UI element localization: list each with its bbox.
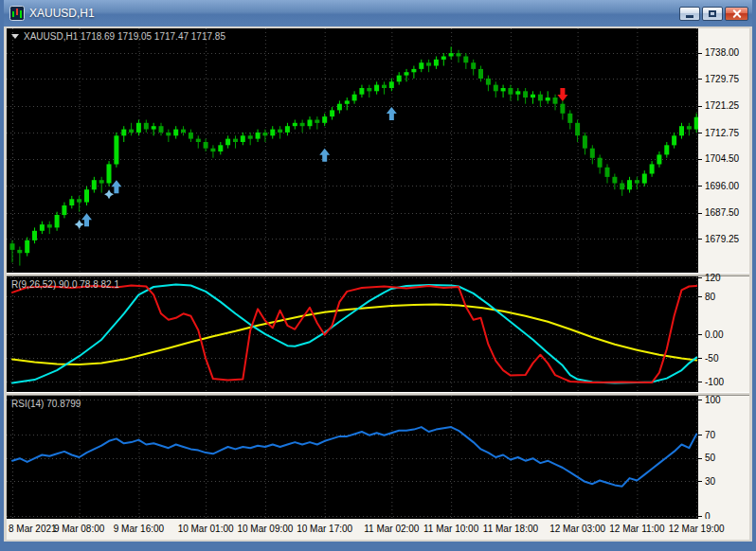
signal-markers: [75, 88, 568, 229]
time-label: 9 Mar 16:00: [114, 524, 164, 534]
window-controls: [677, 7, 748, 21]
minimize-button[interactable]: [679, 7, 700, 21]
main-chart-canvas[interactable]: [7, 28, 698, 273]
grid: [7, 276, 698, 392]
time-label: 11 Mar 02:00: [364, 524, 419, 534]
time-label: 12 Mar 19:00: [669, 524, 725, 534]
indicator1-axis[interactable]: 120800.00-50-100: [698, 276, 749, 392]
indicator2-canvas[interactable]: [7, 396, 698, 519]
star-marker: [75, 220, 84, 229]
axis-tick-mark: [698, 334, 702, 335]
time-label: 10 Mar 17:00: [297, 524, 352, 534]
axis-tick-mark: [698, 159, 702, 160]
axis-label: 1704.50: [705, 153, 739, 165]
axis-tick-mark: [698, 435, 702, 435]
axis-label: 1721.25: [705, 100, 739, 112]
series-cyan: [12, 285, 696, 383]
axis-tick-mark: [698, 358, 702, 359]
axis-label: 1729.75: [705, 74, 739, 85]
axis-label: 120: [705, 273, 721, 284]
window-icon: [9, 6, 25, 21]
arrow-up-marker: [387, 107, 397, 120]
axis-tick-mark: [698, 400, 702, 400]
series-red: [12, 286, 696, 383]
time-label: 12 Mar 11:00: [609, 524, 664, 534]
axis-tick-mark: [698, 213, 702, 214]
series-yellow: [12, 304, 696, 364]
maximize-button[interactable]: [702, 7, 723, 21]
axis-tick-mark: [698, 296, 702, 297]
axis-label: 1738.00: [705, 47, 739, 59]
axis-label: 1712.75: [705, 128, 739, 139]
indicator2-panel: 1007050300 RSI(14) 70.8799: [7, 396, 749, 519]
time-label: 11 Mar 18:00: [483, 524, 538, 534]
axis-tick-mark: [698, 277, 702, 278]
axis-tick-mark: [698, 53, 702, 54]
axis-tick-mark: [698, 79, 702, 80]
axis-label: 0.00: [705, 329, 723, 341]
arrow-up-marker: [111, 180, 121, 193]
time-label: 10 Mar 09:00: [237, 524, 293, 534]
arrow-up-marker: [319, 149, 330, 162]
axis-label: 80: [705, 292, 715, 303]
window-title: XAUUSD,H1: [29, 7, 95, 20]
axis-label: 1696.00: [705, 181, 739, 192]
axis-tick-mark: [698, 133, 702, 133]
title-bar[interactable]: XAUUSD,H1: [4, 0, 752, 27]
arrow-down-marker: [557, 88, 567, 101]
time-label: 12 Mar 03:00: [549, 524, 605, 534]
time-label: 9 Mar 08:00: [54, 524, 104, 534]
indicator2-axis[interactable]: 1007050300: [698, 396, 749, 519]
indicator1-canvas[interactable]: [7, 276, 698, 392]
axis-label: 1687.50: [705, 207, 739, 219]
mt4-chart-window: XAUUSD,H1 1738.001729.751721.251712.7517…: [0, 0, 756, 551]
chart-root: 1738.001729.751721.251712.751704.501696.…: [7, 28, 749, 540]
axis-tick-mark: [698, 382, 702, 382]
star-marker: [104, 189, 114, 199]
axis-tick-mark: [698, 516, 702, 517]
series-rsi: [12, 427, 696, 487]
axis-label: -50: [705, 353, 718, 364]
axis-label: -100: [705, 377, 724, 388]
axis-tick-mark: [698, 481, 702, 482]
axis-tick-mark: [698, 106, 702, 107]
axis-label: 30: [705, 476, 715, 488]
time-label: 10 Mar 01:00: [178, 524, 234, 534]
chart-client-area: 1738.001729.751721.251712.751704.501696.…: [4, 27, 752, 542]
time-label: 11 Mar 10:00: [423, 524, 478, 534]
axis-tick-mark: [698, 239, 702, 240]
indicator1-panel: 120800.00-50-100 R(9,26,52) 90.0 78.8 82…: [7, 276, 749, 392]
axis-label: 50: [705, 453, 715, 464]
axis-label: 100: [705, 395, 721, 406]
symbol-dropdown-icon[interactable]: [11, 34, 19, 39]
maximize-icon: [709, 10, 716, 17]
close-icon: [731, 9, 742, 19]
axis-tick-mark: [698, 458, 702, 459]
main-chart-panel: 1738.001729.751721.251712.751704.501696.…: [7, 28, 749, 273]
price-axis[interactable]: 1738.001729.751721.251712.751704.501696.…: [698, 28, 749, 273]
grid: [7, 396, 698, 519]
close-button[interactable]: [725, 7, 748, 21]
time-axis[interactable]: 8 Mar 20219 Mar 08:009 Mar 16:0010 Mar 0…: [7, 519, 749, 540]
axis-label: 1679.25: [705, 234, 739, 245]
candles: [10, 46, 699, 265]
time-label: 8 Mar 2021: [9, 524, 57, 534]
axis-tick-mark: [698, 186, 702, 187]
minimize-icon: [686, 15, 693, 18]
axis-label: 70: [705, 430, 715, 441]
